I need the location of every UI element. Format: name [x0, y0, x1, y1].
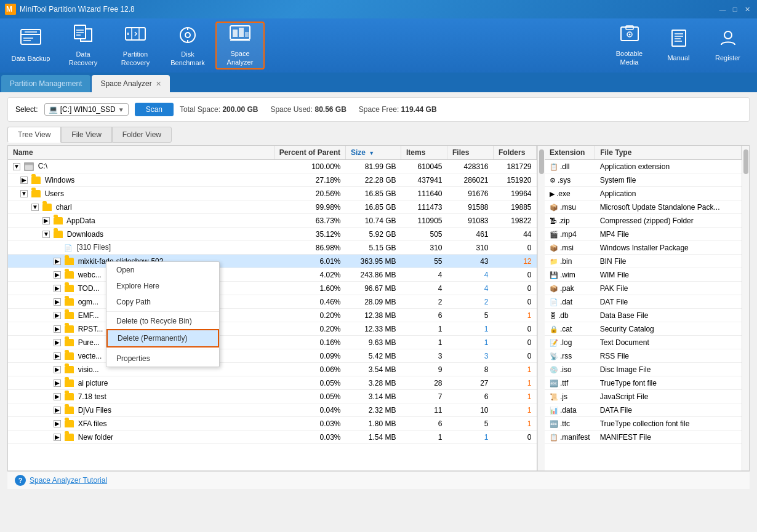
- tab-close-icon[interactable]: ✕: [156, 80, 161, 88]
- close-button[interactable]: ✕: [742, 4, 752, 14]
- col-header-filetype[interactable]: File Type: [595, 146, 742, 160]
- toolbar-data-recovery[interactable]: Data Recovery: [58, 22, 108, 69]
- scan-button[interactable]: Scan: [135, 103, 174, 116]
- expand-icon[interactable]: ▶: [54, 366, 61, 373]
- toolbar-partition-recovery[interactable]: Partition Recovery: [111, 22, 160, 69]
- expand-icon[interactable]: ▶: [54, 393, 61, 400]
- expand-icon[interactable]: ▼: [42, 231, 50, 238]
- extension-row[interactable]: 📡.rssRSS File: [545, 349, 742, 363]
- context-menu-item[interactable]: Delete (Permanently): [106, 329, 219, 347]
- drive-selector[interactable]: 💻 [C:] WIN10_SSD ▼: [44, 103, 129, 116]
- extension-row[interactable]: 📜.jsJavaScript File: [545, 390, 742, 403]
- toolbar-data-backup[interactable]: Data Backup: [6, 22, 55, 69]
- right-vertical-scrollbar[interactable]: [742, 146, 749, 470]
- col-header-size[interactable]: Size ▼: [346, 146, 401, 160]
- extension-row[interactable]: 📋.manifestMANIFEST File: [545, 431, 742, 444]
- expand-icon[interactable]: ▶: [54, 407, 61, 414]
- extension-row[interactable]: 📦.pakPAK File: [545, 282, 742, 295]
- col-header-items[interactable]: Items: [401, 146, 447, 160]
- expand-icon[interactable]: ▶: [54, 420, 61, 427]
- toolbar-disk-benchmark[interactable]: Disk Benchmark: [163, 22, 212, 69]
- expand-icon[interactable]: ▶: [54, 285, 61, 292]
- extension-row[interactable]: 📁.binBIN File: [545, 255, 742, 268]
- toolbar-bootable-media[interactable]: Bootable Media: [606, 22, 652, 69]
- vertical-scrollbar[interactable]: [537, 146, 545, 470]
- extension-row[interactable]: 📝.logText Document: [545, 336, 742, 349]
- expand-icon[interactable]: ▶: [54, 339, 61, 346]
- toolbar-manual[interactable]: Manual: [655, 22, 702, 69]
- table-row[interactable]: ▶ Pure...0.16%9.63 MB110: [8, 336, 537, 349]
- expand-icon[interactable]: ▶: [54, 325, 61, 333]
- table-row[interactable]: ▶ EMF...0.20%12.38 MB651: [8, 309, 537, 322]
- tab-file-view[interactable]: File View: [61, 127, 111, 143]
- context-menu-item[interactable]: Delete (to Recycle Bin): [106, 313, 219, 329]
- toolbar-register[interactable]: Register: [705, 22, 751, 69]
- extension-row[interactable]: 🔤.ttcTrueType collection font file: [545, 417, 742, 431]
- table-row[interactable]: ▶ mixkit-fade-slideshow-502...6.01%363.9…: [8, 255, 537, 268]
- table-row[interactable]: ▼ charl99.98%16.85 GB1114739158819885: [8, 200, 537, 214]
- table-row[interactable]: ▶ Windows27.18%22.28 GB43794128602115192…: [8, 173, 537, 187]
- extension-row[interactable]: 🗄.dbData Base File: [545, 309, 742, 322]
- table-row[interactable]: ▶ webc...4.02%243.86 MB440: [8, 268, 537, 282]
- extension-row[interactable]: 💿.isoDisc Image File: [545, 363, 742, 376]
- help-link[interactable]: Space Analyzer Tutorial: [30, 476, 107, 485]
- expand-icon[interactable]: ▶: [54, 312, 61, 319]
- extension-row[interactable]: 📦.msuMicrosoft Update Standalone Pack...: [545, 200, 742, 214]
- expand-icon[interactable]: ▼: [13, 163, 20, 170]
- context-menu-item[interactable]: Open: [106, 262, 219, 278]
- expand-icon[interactable]: ▶: [54, 379, 61, 387]
- extension-row[interactable]: 📄.datDAT File: [545, 295, 742, 309]
- tab-folder-view[interactable]: Folder View: [112, 127, 172, 143]
- table-row[interactable]: ▶ DjVu Files0.04%2.32 MB11101: [8, 403, 537, 417]
- help-icon[interactable]: ?: [15, 475, 26, 486]
- col-header-files[interactable]: Files: [447, 146, 494, 160]
- expand-icon[interactable]: ▶: [20, 177, 28, 184]
- tab-space-analyzer[interactable]: Space Analyzer ✕: [92, 75, 169, 92]
- right-scroll-thumb[interactable]: [743, 149, 748, 174]
- expand-icon[interactable]: ▶: [42, 217, 50, 224]
- col-header-folders[interactable]: Folders: [494, 146, 537, 160]
- table-row[interactable]: ▶ ogm...0.46%28.09 MB220: [8, 295, 537, 309]
- table-row[interactable]: 📄 [310 Files]86.98%5.15 GB3103100: [8, 241, 537, 255]
- extension-row[interactable]: 🎬.mp4MP4 File: [545, 228, 742, 241]
- tab-partition-management[interactable]: Partition Management: [1, 75, 90, 92]
- extension-row[interactable]: 💾.wimWIM File: [545, 268, 742, 282]
- extension-row[interactable]: 🔤.ttfTrueType font file: [545, 376, 742, 390]
- table-row[interactable]: ▶ XFA files0.03%1.80 MB651: [8, 417, 537, 431]
- table-row[interactable]: ▶ 7.18 test0.05%3.14 MB761: [8, 390, 537, 403]
- expand-icon[interactable]: ▼: [31, 204, 39, 211]
- toolbar-space-analyzer[interactable]: Space Analyzer: [215, 22, 265, 69]
- table-row[interactable]: ▶ ai picture0.05%3.28 MB28271: [8, 376, 537, 390]
- expand-icon[interactable]: ▼: [20, 190, 28, 197]
- extension-row[interactable]: 🗜.zipCompressed (zipped) Folder: [545, 214, 742, 228]
- file-table-container[interactable]: Name Percent of Parent Size ▼ Items File…: [8, 146, 537, 470]
- table-row[interactable]: ▶ New folder0.03%1.54 MB110: [8, 431, 537, 444]
- table-row[interactable]: ▶ AppData63.73%10.74 GB1109059108319822: [8, 214, 537, 228]
- table-row[interactable]: ▼ Downloads35.12%5.92 GB50546144: [8, 228, 537, 241]
- minimize-button[interactable]: —: [718, 4, 727, 14]
- extension-row[interactable]: 📦.msiWindows Installer Package: [545, 241, 742, 255]
- expand-icon[interactable]: ▶: [54, 298, 61, 306]
- extension-row[interactable]: ⚙.sysSystem file: [545, 173, 742, 187]
- expand-icon[interactable]: ▶: [54, 258, 61, 265]
- extension-row[interactable]: 📋.dllApplication extension: [545, 160, 742, 173]
- extension-row[interactable]: 📊.dataDATA File: [545, 403, 742, 417]
- table-row[interactable]: ▼ Users20.56%16.85 GB1116409167619964: [8, 187, 537, 200]
- maximize-button[interactable]: □: [730, 4, 740, 14]
- tab-tree-view[interactable]: Tree View: [7, 127, 61, 143]
- expand-icon[interactable]: ▶: [54, 434, 61, 441]
- table-row[interactable]: ▶ vecte...0.09%5.42 MB330: [8, 349, 537, 363]
- table-row[interactable]: ▶ TOD...1.60%96.67 MB440: [8, 282, 537, 295]
- table-row[interactable]: ▶ RPST...0.20%12.33 MB110: [8, 322, 537, 336]
- context-menu-item[interactable]: Copy Path: [106, 294, 219, 310]
- col-header-name[interactable]: Name: [8, 146, 274, 160]
- scroll-thumb[interactable]: [539, 149, 544, 174]
- expand-icon[interactable]: ▶: [54, 271, 61, 279]
- context-menu-item[interactable]: Properties: [106, 351, 219, 367]
- context-menu-item[interactable]: Explore Here: [106, 278, 219, 294]
- expand-icon[interactable]: ▶: [54, 352, 61, 360]
- col-header-percent[interactable]: Percent of Parent: [274, 146, 345, 160]
- extension-row[interactable]: ▶.exeApplication: [545, 187, 742, 200]
- extension-row[interactable]: 🔒.catSecurity Catalog: [545, 322, 742, 336]
- table-row[interactable]: ▼ C:\100.00%81.99 GB610045428316181729: [8, 160, 537, 173]
